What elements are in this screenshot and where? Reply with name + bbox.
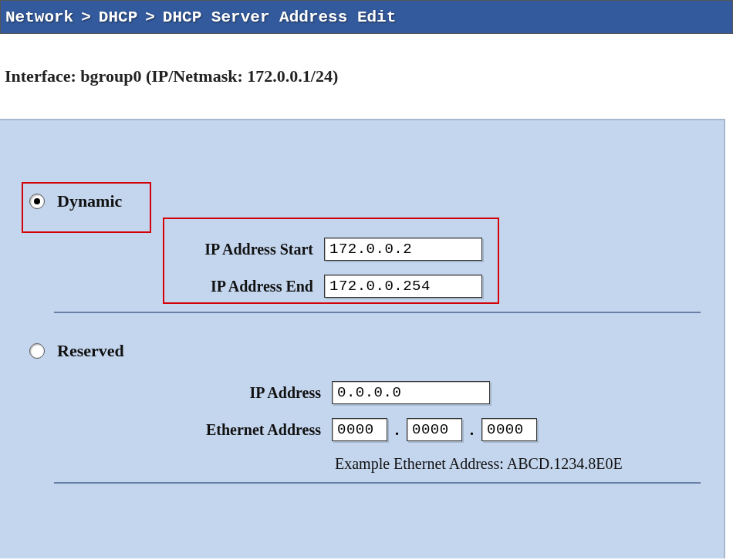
- chevron-right-icon: >: [145, 8, 155, 26]
- row-reserved-ip: IP Address: [0, 381, 724, 404]
- breadcrumb: Network > DHCP > DHCP Server Address Edi…: [0, 0, 733, 34]
- radio-reserved[interactable]: Reserved: [23, 336, 724, 366]
- input-eth-part3[interactable]: [481, 418, 537, 441]
- interface-label: Interface: bgroup0 (IP/Netmask: 172.0.0.…: [5, 66, 338, 86]
- section-divider: [54, 312, 701, 313]
- row-ip-end: IP Address End: [0, 275, 724, 298]
- radio-button-icon: [29, 194, 45, 209]
- breadcrumb-level3: DHCP Server Address Edit: [163, 8, 396, 26]
- eth-input-group: . .: [332, 418, 537, 441]
- interface-info: Interface: bgroup0 (IP/Netmask: 172.0.0.…: [0, 34, 733, 119]
- input-eth-part1[interactable]: [332, 418, 387, 441]
- breadcrumb-level1[interactable]: Network: [5, 8, 73, 26]
- dot-separator: .: [468, 421, 475, 439]
- row-eth-address: Ethernet Address . .: [0, 418, 724, 441]
- eth-example-text: Example Ethernet Address: ABCD.1234.8E0E: [0, 455, 724, 473]
- input-reserved-ip[interactable]: [332, 381, 490, 404]
- input-ip-start[interactable]: [324, 238, 482, 261]
- radio-dynamic[interactable]: Dynamic: [23, 182, 143, 221]
- row-ip-start: IP Address Start: [0, 238, 724, 261]
- radio-button-icon: [29, 343, 45, 359]
- chevron-right-icon: >: [81, 8, 91, 26]
- input-ip-end[interactable]: [324, 275, 482, 298]
- input-eth-part2[interactable]: [407, 418, 462, 441]
- section-divider: [54, 482, 701, 484]
- radio-dot-icon: [34, 198, 40, 204]
- label-reserved-ip: IP Address: [0, 384, 332, 402]
- radio-reserved-label: Reserved: [57, 341, 124, 361]
- label-ip-end: IP Address End: [0, 278, 324, 295]
- label-ip-start: IP Address Start: [0, 241, 324, 258]
- config-panel: Dynamic IP Address Start IP Address End …: [0, 119, 725, 558]
- dot-separator: .: [394, 421, 400, 439]
- breadcrumb-level2[interactable]: DHCP: [99, 8, 137, 26]
- radio-dynamic-label: Dynamic: [57, 191, 122, 211]
- label-eth-address: Ethernet Address: [0, 421, 332, 439]
